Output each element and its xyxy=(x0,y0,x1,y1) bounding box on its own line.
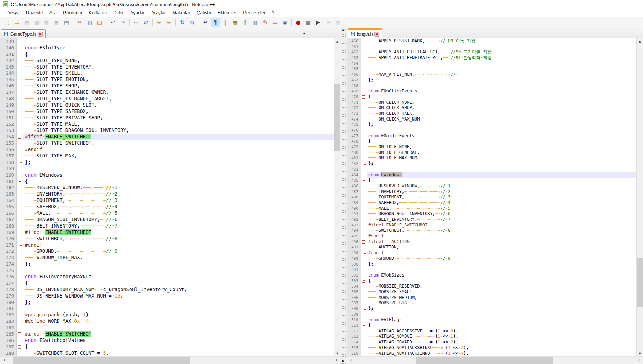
fold-margin[interactable] xyxy=(17,331,23,337)
line-number: 489 xyxy=(347,200,361,206)
code-text: ───→DS_REFINE_WINDOW_MAX_NUM·=·15, xyxy=(23,293,334,299)
left-vertical-scrollbar[interactable]: ▲ ▼ xyxy=(334,38,341,357)
menu-item-aralar[interactable]: Araçlar xyxy=(148,9,169,16)
scroll-thumb[interactable] xyxy=(637,258,643,307)
tab-close-icon[interactable]: × xyxy=(38,32,43,37)
toolbar-button-sync-horizontal-scroll[interactable]: ⇆ xyxy=(188,18,197,27)
left-horizontal-scrollbar[interactable]: ◄ ► xyxy=(0,356,341,364)
toolbar-button-word-wrap[interactable]: ↵ xyxy=(201,18,210,27)
menu-item-makrolar[interactable]: Makrolar xyxy=(169,9,194,16)
toolbar-button-indent-guide[interactable]: ‖ xyxy=(221,18,230,27)
splitter-arrow-top-icon[interactable]: ◄ xyxy=(342,28,344,32)
toolbar-button-print[interactable]: ▤ xyxy=(62,18,71,27)
fold-margin[interactable] xyxy=(361,278,367,284)
toolbar-button-play-macro[interactable]: ▶ xyxy=(313,18,323,27)
toolbar-button-find[interactable]: ∞ xyxy=(131,18,141,27)
fold-margin[interactable] xyxy=(17,344,23,350)
scroll-down-icon[interactable]: ▼ xyxy=(334,350,341,357)
fold-margin[interactable] xyxy=(361,178,367,183)
line-number: 515 xyxy=(347,345,361,351)
menu-item-ara[interactable]: Ara xyxy=(46,9,60,16)
toolbar-button-save-file[interactable]: ▦ xyxy=(22,18,31,27)
toolbar-button-save-all[interactable]: ▩ xyxy=(32,18,41,27)
minimize-button[interactable]: — xyxy=(636,1,640,6)
toolbar-button-function-list[interactable]: ƒ xyxy=(241,18,250,27)
editor-gametype[interactable]: 139140enum·ESlotType141{142───→SLOT_TYPE… xyxy=(0,38,334,357)
toolbar-button-close-file[interactable]: ⊠ xyxy=(42,18,51,27)
toolbar-button-new-file[interactable]: ▢ xyxy=(2,18,11,27)
menu-item-dzenle[interactable]: Düzenle xyxy=(23,9,46,16)
fold-margin[interactable] xyxy=(361,139,367,144)
menu-item-eklentiler[interactable]: Eklentiler xyxy=(215,9,240,16)
code-text: ───→SAFEBOX,───→───→───→───→//·4 xyxy=(23,204,334,210)
line-number: 503 xyxy=(347,278,361,284)
fold-margin xyxy=(361,72,367,77)
scroll-up-icon[interactable]: ▲ xyxy=(334,38,341,44)
tab-gametype-h[interactable]: GameType.h × xyxy=(1,29,46,38)
scroll-right-icon[interactable]: ► xyxy=(334,357,341,364)
tab-length-h[interactable]: length.h × xyxy=(348,28,382,38)
toolbar-button-document-monitor[interactable]: ◉ xyxy=(280,18,290,27)
scroll-thumb[interactable] xyxy=(334,84,340,151)
splitter-collapse-left-icon[interactable]: ◄ xyxy=(302,31,305,35)
fold-margin xyxy=(17,242,23,248)
scroll-down-icon[interactable]: ▼ xyxy=(637,350,643,357)
toolbar-button-sync-vertical-scroll[interactable]: ⇅ xyxy=(178,18,187,27)
line-number: 485 xyxy=(347,178,361,183)
scroll-left-icon[interactable]: ◄ xyxy=(0,357,7,364)
fold-margin[interactable] xyxy=(361,223,367,228)
code-text xyxy=(367,167,637,172)
toolbar-button-replace[interactable]: ⇄ xyxy=(141,18,151,27)
toolbar-button-show-all-characters[interactable]: ¶ xyxy=(211,18,220,27)
menu-item-altr[interactable]: Çalıştır xyxy=(194,9,215,16)
scroll-right-icon[interactable]: ► xyxy=(637,357,643,364)
toolbar-button-macro-edit[interactable]: ✎ xyxy=(260,18,270,27)
menu-item-dosya[interactable]: Dosya xyxy=(3,9,23,16)
fold-margin[interactable] xyxy=(17,134,23,140)
toolbar-button-stop-macro[interactable]: ■ xyxy=(304,18,313,27)
toolbar-button-redo[interactable]: ↷ xyxy=(118,18,127,27)
menu-item-pencereler[interactable]: Pencereler xyxy=(240,9,269,16)
scroll-thumb[interactable] xyxy=(416,357,553,364)
right-vertical-scrollbar[interactable]: ▲ ▼ xyxy=(636,38,643,357)
toolbar-button-record-macro[interactable]: ● xyxy=(294,18,303,27)
pane-splitter[interactable]: ◄ ▶ xyxy=(341,28,347,364)
toolbar-button-open-file[interactable]: ▭ xyxy=(12,18,21,27)
fold-margin[interactable] xyxy=(17,229,23,236)
line-number: 163 xyxy=(0,191,17,197)
toolbar-button-folder-as-workspace[interactable]: ▭ xyxy=(270,18,280,27)
fold-margin[interactable] xyxy=(361,239,367,245)
menu-item-diller[interactable]: Diller xyxy=(110,9,127,16)
fold-margin[interactable] xyxy=(361,323,367,328)
scroll-left-icon[interactable]: ◄ xyxy=(347,357,353,364)
right-horizontal-scrollbar[interactable]: ◄ ► xyxy=(347,356,643,364)
toolbar-separator xyxy=(199,19,199,26)
scroll-up-icon[interactable]: ▲ xyxy=(637,38,643,44)
toolbar-button-close-all[interactable]: ⊠ xyxy=(52,18,61,27)
toolbar-button-save-macro[interactable]: ▦ xyxy=(333,18,343,27)
toolbar-button-cut[interactable]: ✂ xyxy=(75,18,84,27)
fold-margin xyxy=(17,172,23,178)
toolbar-button-zoom-out[interactable]: ⊖ xyxy=(164,18,174,27)
fold-margin[interactable] xyxy=(17,51,23,58)
toolbar-button-zoom-in[interactable]: ⊕ xyxy=(154,18,164,27)
code-text: ───→GROUND,→───→───→───→───→//·9 xyxy=(23,248,334,255)
fold-margin[interactable] xyxy=(361,94,367,100)
toolbar-button-run-macro-multiple[interactable]: » xyxy=(323,18,333,27)
fold-margin[interactable] xyxy=(17,280,23,287)
editor-length[interactable]: 460───→APPLY_RESIST_DARK,─→───→//·89·어둠·… xyxy=(347,38,637,357)
menu-item-kodlama[interactable]: Kodlama xyxy=(85,9,110,16)
menu-item-grnm[interactable]: Görünüm xyxy=(60,9,85,16)
tab-close-icon[interactable]: × xyxy=(374,32,379,37)
splitter-arrow-bottom-icon[interactable]: ▶ xyxy=(342,359,344,363)
toolbar-button-paste[interactable]: ▧ xyxy=(95,18,104,27)
toolbar-button-document-switcher[interactable]: ▥ xyxy=(251,18,260,27)
toolbar-button-undo[interactable]: ↶ xyxy=(108,18,117,27)
fold-margin[interactable] xyxy=(17,178,23,185)
toolbar-button-document-map[interactable]: ▦ xyxy=(231,18,240,27)
menu-item-ayarlar[interactable]: Ayarlar xyxy=(127,9,148,16)
scroll-thumb[interactable] xyxy=(13,357,190,364)
menu-item-?[interactable]: ? xyxy=(269,9,278,16)
code-line: 505───→MOBSIZE_SMALL, xyxy=(347,289,637,295)
toolbar-button-copy[interactable]: ▥ xyxy=(85,18,94,27)
